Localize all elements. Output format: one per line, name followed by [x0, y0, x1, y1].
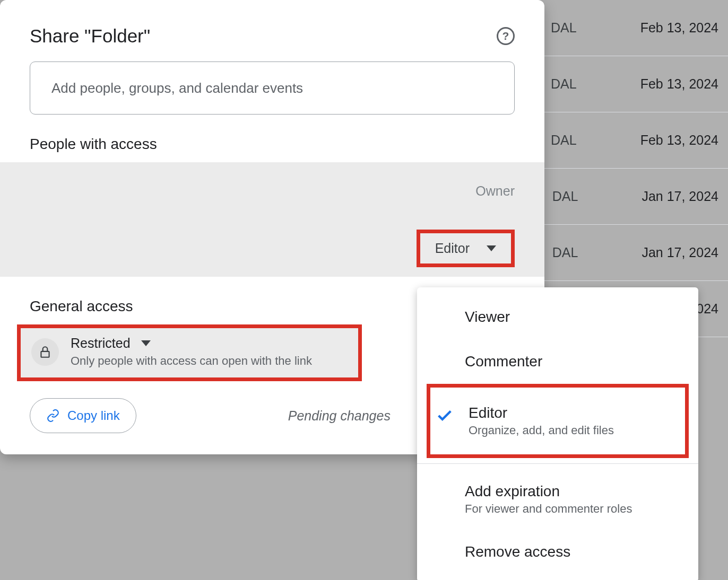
lock-icon	[31, 338, 59, 366]
role-option-editor[interactable]: Editor Organize, add, and edit files	[430, 391, 685, 451]
file-owner-cell: DAL	[552, 245, 578, 260]
people-with-access-heading: People with access	[0, 115, 544, 162]
menu-option-label: Add expiration	[465, 483, 679, 500]
role-dropdown-menu: Viewer Commenter Editor Organize, add, a…	[417, 287, 698, 580]
owner-role-label: Owner	[475, 183, 515, 199]
file-owner-cell: DAL	[551, 133, 577, 148]
restricted-description: Only people with access can open with th…	[71, 354, 312, 368]
copy-link-button[interactable]: Copy link	[30, 398, 136, 433]
dropdown-caret-icon	[141, 340, 151, 346]
copy-link-label: Copy link	[67, 408, 120, 423]
person-row-owner: Owner	[0, 162, 544, 219]
dropdown-caret-icon	[487, 245, 496, 251]
link-icon	[46, 409, 60, 423]
file-owner-cell: DAL	[552, 189, 578, 204]
file-date-cell: Feb 13, 2024	[640, 133, 718, 148]
general-access-selector[interactable]: Restricted Only people with access can o…	[17, 324, 362, 381]
role-option-description: Organize, add, and edit files	[469, 424, 666, 437]
role-option-viewer[interactable]: Viewer	[417, 295, 698, 339]
dialog-title: Share "Folder"	[30, 25, 150, 47]
role-option-commenter[interactable]: Commenter	[417, 339, 698, 384]
annotation-highlight: Editor Organize, add, and edit files	[427, 384, 689, 458]
help-button[interactable]: ?	[497, 27, 515, 45]
file-date-cell: Feb 13, 2024	[640, 20, 718, 36]
add-people-input[interactable]: Add people, groups, and calendar events	[30, 61, 515, 115]
file-date-cell: Jan 17, 2024	[642, 245, 718, 260]
remove-access-option[interactable]: Remove access	[417, 530, 698, 574]
restricted-label: Restricted	[71, 336, 131, 351]
file-owner-cell: DAL	[551, 76, 577, 92]
file-owner-cell: DAL	[551, 20, 577, 36]
add-expiration-option[interactable]: Add expiration For viewer and commenter …	[417, 469, 698, 530]
role-option-label: Viewer	[465, 309, 679, 326]
person-row-editor: Editor	[0, 219, 544, 277]
input-placeholder: Add people, groups, and calendar events	[51, 80, 303, 96]
role-option-label: Editor	[469, 405, 666, 421]
role-dropdown-label: Editor	[435, 241, 470, 256]
menu-option-description: For viewer and commenter roles	[465, 502, 679, 516]
pending-changes-text: Pending changes	[288, 408, 391, 424]
role-option-label: Commenter	[465, 353, 679, 370]
check-icon	[436, 407, 454, 427]
menu-option-label: Remove access	[465, 543, 679, 560]
file-date-cell: Jan 17, 2024	[642, 189, 718, 204]
menu-divider	[417, 463, 698, 464]
file-date-cell: Feb 13, 2024	[640, 76, 718, 92]
svg-rect-0	[41, 351, 49, 357]
role-dropdown[interactable]: Editor	[417, 230, 515, 267]
